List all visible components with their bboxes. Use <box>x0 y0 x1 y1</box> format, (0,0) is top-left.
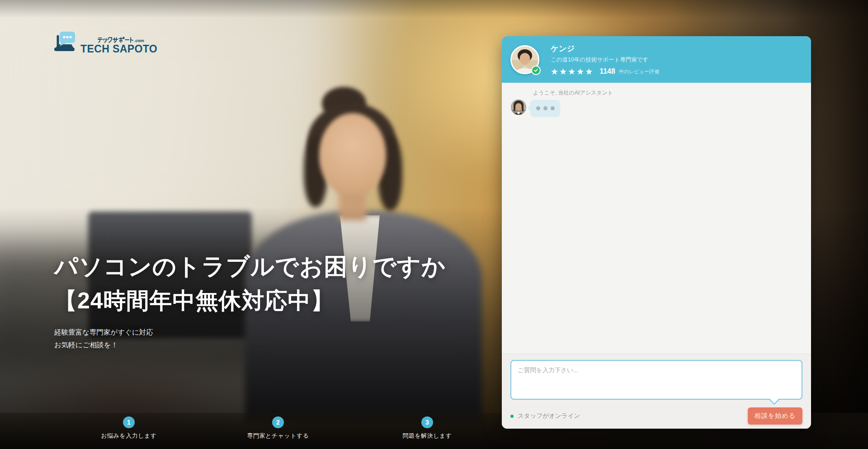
send-button[interactable]: 相談を始める <box>748 407 802 425</box>
step-1-label: お悩みを入力します <box>75 432 183 440</box>
online-status-dot-icon <box>510 415 514 418</box>
review-count: 1148 <box>599 67 615 76</box>
step-1-number-badge: 1 <box>123 416 135 428</box>
hero-subtext-line2: お気軽にご相談を！ <box>54 339 446 351</box>
verified-badge-icon <box>531 66 541 75</box>
step-2-number-badge: 2 <box>272 416 284 428</box>
step-3: 3 問題を解決します <box>373 416 481 440</box>
hero-copy: パソコンのトラブルでお困りですか 【24時間年中無休対応中】 経験豊富な専門家が… <box>54 253 446 351</box>
logo-tagline: .com <box>98 37 146 43</box>
step-3-label: 問題を解決します <box>373 432 481 440</box>
composer-footer-row: スタッフがオンライン 相談を始める <box>510 407 802 425</box>
message-input-wrap <box>510 360 802 400</box>
agent-avatar <box>510 45 539 74</box>
hero-subtext: 経験豊富な専門家がすぐに対応 お気軽にご相談を！ <box>54 326 446 351</box>
agent-subtitle: この道10年の技術サポート専門家です <box>551 56 659 64</box>
agent-rating: ★★★★★ 1148 件のレビュー評価 <box>551 67 659 76</box>
logo-title: TECH SAPOTO <box>80 44 157 54</box>
typing-indicator-bubble <box>530 100 560 117</box>
step-3-number-badge: 3 <box>421 416 433 428</box>
message-avatar <box>511 99 526 115</box>
message-input[interactable] <box>510 360 802 400</box>
headline-line2: 【24時間年中無休対応中】 <box>54 288 446 313</box>
step-1: 1 お悩みを入力します <box>75 416 183 440</box>
chat-header: ケンジ この道10年の技術サポート専門家です ★★★★★ 1148 件のレビュー… <box>502 36 811 83</box>
agent-name: ケンジ <box>551 43 659 54</box>
page: .com TECH SAPOTO パソコンのトラブルでお困りですか 【24時間年… <box>0 0 868 449</box>
hero-subtext-line1: 経験豊富な専門家がすぐに対応 <box>54 326 446 339</box>
online-status: スタッフがオンライン <box>510 412 580 420</box>
step-2-label: 専門家とチャットする <box>224 432 332 440</box>
chat-composer: スタッフがオンライン 相談を始める <box>502 354 811 429</box>
svg-text:.com: .com <box>134 38 144 43</box>
message-row <box>511 99 802 117</box>
online-status-label: スタッフがオンライン <box>518 412 580 420</box>
headline-line1: パソコンのトラブルでお困りですか <box>54 253 446 280</box>
site-logo[interactable]: .com TECH SAPOTO <box>53 31 157 54</box>
message-sender-label: ようこそ, 当社のAIアシスタント <box>533 89 802 97</box>
step-2: 2 専門家とチャットする <box>224 416 332 440</box>
chat-message-area: ようこそ, 当社のAIアシスタント <box>502 83 811 354</box>
logo-text-block: .com TECH SAPOTO <box>80 37 157 54</box>
review-count-label: 件のレビュー評価 <box>619 68 659 75</box>
laptop-chat-icon <box>53 31 76 54</box>
star-rating-icons: ★★★★★ <box>551 67 594 76</box>
chat-widget: ケンジ この道10年の技術サポート専門家です ★★★★★ 1148 件のレビュー… <box>502 36 811 429</box>
typing-dot <box>551 106 555 110</box>
agent-info: ケンジ この道10年の技術サポート専門家です ★★★★★ 1148 件のレビュー… <box>551 43 659 76</box>
typing-dot <box>543 106 547 110</box>
typing-dot <box>536 106 540 110</box>
